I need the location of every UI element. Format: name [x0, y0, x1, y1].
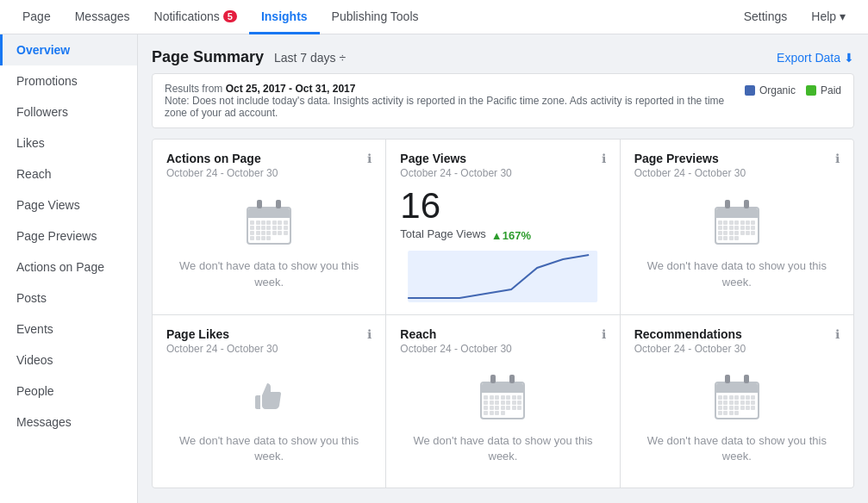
- info-icon[interactable]: ℹ: [602, 152, 606, 165]
- info-icon[interactable]: ℹ: [367, 327, 372, 341]
- page-summary-date[interactable]: Last 7 days ÷: [274, 51, 346, 65]
- card-body: We don't have data to show you this week…: [634, 363, 840, 475]
- main-content: Page Summary Last 7 days ÷ Export Data ⬇…: [138, 34, 868, 503]
- card-header: Actions on Page ℹ: [166, 152, 372, 165]
- nav-help[interactable]: Help ▾: [799, 9, 858, 26]
- card-recommendations: Recommendations ℹ October 24 - October 3…: [621, 315, 853, 487]
- sidebar-item-overview[interactable]: Overview: [0, 34, 137, 65]
- card-title: Recommendations: [634, 327, 742, 341]
- nav-messages[interactable]: Messages: [63, 0, 142, 34]
- sidebar-item-page-previews[interactable]: Page Previews: [0, 220, 137, 251]
- calendar-icon: [715, 200, 759, 245]
- calendar-icon: [715, 375, 759, 419]
- sidebar-item-promotions[interactable]: Promotions: [0, 65, 137, 96]
- card-body: We don't have data to show you this week…: [400, 363, 605, 475]
- card-reach: Reach ℹ October 24 - October 30: [386, 315, 619, 487]
- notifications-badge: 5: [223, 10, 237, 22]
- card-page-likes: Page Likes ℹ October 24 - October 30 We …: [153, 315, 385, 487]
- export-data-button[interactable]: Export Data ⬇: [777, 51, 854, 65]
- sidebar-item-likes[interactable]: Likes: [0, 127, 137, 158]
- card-title: Page Previews: [634, 152, 719, 165]
- layout: Overview Promotions Followers Likes Reac…: [0, 34, 868, 503]
- page-views-change: ▲167%: [491, 229, 531, 242]
- no-data-text: We don't have data to show you this week…: [166, 433, 372, 464]
- cards-grid: Actions on Page ℹ October 24 - October 3…: [152, 139, 854, 488]
- info-icon[interactable]: ℹ: [602, 327, 606, 341]
- export-icon: ⬇: [844, 51, 854, 65]
- nav-page[interactable]: Page: [10, 0, 63, 34]
- card-body: We don't have data to show you this week…: [634, 188, 840, 302]
- sidebar-item-reach[interactable]: Reach: [0, 158, 137, 189]
- calendar-icon: [480, 375, 525, 419]
- legend-organic: Organic: [745, 84, 796, 96]
- info-date-range: Oct 25, 2017 - Oct 31, 2017: [226, 83, 356, 95]
- card-body: We don't have data to show you this week…: [166, 188, 372, 302]
- sidebar-item-followers[interactable]: Followers: [0, 96, 137, 127]
- card-date: October 24 - October 30: [400, 343, 605, 355]
- thumbs-up-icon: [247, 375, 291, 419]
- card-date: October 24 - October 30: [166, 343, 372, 355]
- sidebar-item-posts[interactable]: Posts: [0, 283, 137, 314]
- card-header: Reach ℹ: [400, 327, 605, 341]
- card-date: October 24 - October 30: [166, 167, 372, 179]
- info-bar-text: Results from Oct 25, 2017 - Oct 31, 2017…: [165, 83, 731, 119]
- page-summary-title-group: Page Summary Last 7 days ÷: [152, 48, 346, 66]
- card-page-views: Page Views ℹ October 24 - October 30 16 …: [386, 140, 619, 314]
- card-title: Reach: [400, 327, 436, 341]
- card-date: October 24 - October 30: [400, 167, 605, 179]
- page-views-chart: [400, 251, 605, 302]
- info-icon[interactable]: ℹ: [835, 327, 840, 341]
- card-header: Page Views ℹ: [400, 152, 605, 165]
- card-date: October 24 - October 30: [634, 343, 840, 355]
- calendar-icon: [247, 200, 291, 245]
- card-header: Recommendations ℹ: [634, 327, 840, 341]
- sidebar-item-events[interactable]: Events: [0, 314, 137, 345]
- card-title: Actions on Page: [166, 152, 261, 165]
- organic-dot: [745, 85, 755, 96]
- info-icon[interactable]: ℹ: [367, 152, 372, 165]
- nav-insights[interactable]: Insights: [249, 0, 320, 34]
- legend-paid: Paid: [806, 84, 841, 96]
- card-header: Page Previews ℹ: [634, 152, 840, 165]
- no-data-text: We don't have data to show you this week…: [634, 258, 840, 289]
- sidebar-item-messages[interactable]: Messages: [0, 407, 137, 438]
- info-bar: Results from Oct 25, 2017 - Oct 31, 2017…: [152, 73, 854, 128]
- sidebar-item-people[interactable]: People: [0, 376, 137, 407]
- card-body: We don't have data to show you this week…: [166, 363, 372, 475]
- nav-notifications[interactable]: Notifications 5: [142, 0, 249, 34]
- sidebar: Overview Promotions Followers Likes Reac…: [0, 34, 138, 503]
- page-summary-header: Page Summary Last 7 days ÷ Export Data ⬇: [152, 48, 854, 66]
- card-date: October 24 - October 30: [634, 167, 840, 179]
- card-title: Page Likes: [166, 327, 229, 341]
- no-data-text: We don't have data to show you this week…: [400, 433, 605, 464]
- page-summary-title: Page Summary: [152, 48, 264, 65]
- top-nav: Page Messages Notifications 5 Insights P…: [0, 0, 868, 34]
- sidebar-item-page-views[interactable]: Page Views: [0, 189, 137, 220]
- nav-publishing-tools[interactable]: Publishing Tools: [320, 0, 431, 34]
- nav-settings[interactable]: Settings: [732, 9, 800, 26]
- top-nav-right: Settings Help ▾: [732, 0, 858, 34]
- paid-dot: [806, 85, 816, 96]
- sidebar-item-videos[interactable]: Videos: [0, 345, 137, 376]
- sidebar-item-actions-on-page[interactable]: Actions on Page: [0, 251, 137, 283]
- card-actions-on-page: Actions on Page ℹ October 24 - October 3…: [153, 140, 385, 314]
- info-icon[interactable]: ℹ: [835, 152, 840, 165]
- legend: Organic Paid: [745, 83, 841, 96]
- card-body: 16 Total Page Views ▲167%: [400, 188, 605, 302]
- page-views-subtitle: Total Page Views: [400, 227, 486, 240]
- card-page-previews: Page Previews ℹ October 24 - October 30: [621, 140, 853, 314]
- card-header: Page Likes ℹ: [166, 327, 372, 341]
- no-data-text: We don't have data to show you this week…: [634, 433, 840, 464]
- no-data-text: We don't have data to show you this week…: [166, 258, 372, 289]
- card-title: Page Views: [400, 152, 466, 165]
- page-views-number: 16: [400, 188, 440, 224]
